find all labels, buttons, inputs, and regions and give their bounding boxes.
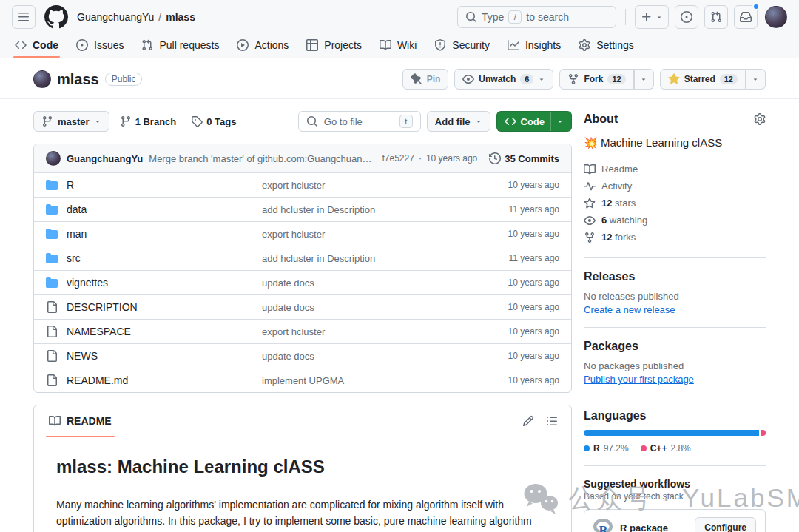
file-link[interactable]: NEWS [67,350,98,362]
repo-tab-nav: Code Issues Pull requests Actions Projec… [0,33,799,58]
file-commit-link[interactable]: add hcluster in Description [262,204,375,215]
outline-icon[interactable] [546,415,558,427]
branches-link[interactable]: 1 Branch [115,115,181,127]
file-commit-link[interactable]: update docs [262,302,314,313]
sidebar-item-watching[interactable]: 6 watching [584,212,766,229]
pull-requests-dashboard-button[interactable] [704,5,728,29]
configure-workflow-button[interactable]: Configure [695,517,756,532]
meta-label: forks [615,232,636,243]
packages-section: Packages No packages published Publish y… [584,340,766,397]
branch-selector-button[interactable]: master [33,111,109,132]
file-link[interactable]: vignettes [67,277,108,289]
folder-icon [46,228,58,240]
edit-about-gear-icon[interactable] [754,113,766,125]
tab-actions[interactable]: Actions [231,33,294,58]
file-commit-link[interactable]: update docs [262,277,314,289]
svg-text:R: R [599,523,608,532]
slash-kbd: / [508,10,522,24]
file-link[interactable]: src [67,252,81,264]
star-dropdown-button[interactable] [746,69,766,90]
sidebar-item-readme[interactable]: Readme [584,161,766,178]
breadcrumb-repo-link[interactable]: mlass [166,11,195,23]
table-row: NEWS update docs 10 years ago [34,343,571,368]
readme-section: README mlass: Machine Learning clASS Man… [33,405,572,532]
issues-dashboard-button[interactable] [675,5,698,29]
commit-message-link[interactable]: Merge branch 'master' of github.com:Guan… [149,153,376,164]
file-link[interactable]: NAMESPACE [67,326,131,337]
fork-dropdown-button[interactable] [634,69,654,90]
pin-icon [411,73,422,85]
file-time: 10 years ago [471,326,559,337]
create-release-link[interactable]: Create a new release [584,304,675,315]
add-file-button[interactable]: Add file [427,111,490,132]
file-commit-link[interactable]: export hcluster [262,229,325,240]
file-commit-link[interactable]: implement UPGMA [262,375,344,386]
fork-button[interactable]: Fork 12 [559,69,633,90]
github-repo-page: GuangchuangYu / mlass Type / to search [0,0,799,532]
file-link[interactable]: man [67,228,87,240]
sidebar-item-stars[interactable]: 12 stars [584,195,766,212]
tab-security[interactable]: Security [428,33,496,58]
file-navigation: master 1 Branch 0 Tags Go to file t [33,111,572,132]
table-row: DESCRIPTION update docs 10 years ago [34,294,571,319]
tags-link[interactable]: 0 Tags [186,115,240,127]
hamburger-icon [18,11,30,23]
file-time: 11 years ago [471,253,559,263]
publish-package-link[interactable]: Publish your first package [584,374,694,385]
commit-author-link[interactable]: GuangchuangYu [67,153,143,164]
tab-wiki[interactable]: Wiki [374,33,422,58]
file-link[interactable]: R [67,179,74,191]
file-icon [46,350,58,362]
commit-history-link[interactable]: 35 Commits [489,152,559,164]
commit-sha-link[interactable]: f7e5227 [382,153,414,164]
watch-count-badge: 6 [520,74,533,84]
file-link[interactable]: data [67,203,87,215]
readme-tab-label: README [67,415,112,427]
edit-readme-icon[interactable] [522,415,534,427]
history-icon [489,152,501,164]
book-icon [584,164,596,175]
tab-code[interactable]: Code [9,33,64,58]
breadcrumb-owner-link[interactable]: GuangchuangYu [77,11,154,23]
star-icon [668,73,680,85]
tab-projects[interactable]: Projects [300,33,368,58]
language-legend-r[interactable]: R 97.2% [584,443,629,454]
caret-down-icon [752,75,759,83]
global-search-input[interactable]: Type / to search [457,6,616,28]
caret-down-icon [640,75,647,83]
commit-author-avatar[interactable] [46,151,61,166]
file-commit-link[interactable]: add hcluster in Description [262,253,375,264]
code-button[interactable]: Code [496,111,573,132]
notifications-button[interactable] [734,5,758,29]
repo-name-link[interactable]: mlass [57,71,99,88]
user-avatar[interactable] [765,6,787,28]
file-commit-link[interactable]: update docs [262,351,314,362]
github-logo[interactable] [44,5,68,29]
file-commit-link[interactable]: export hcluster [262,326,325,337]
sidebar-item-forks[interactable]: 12 forks [584,229,766,246]
file-link[interactable]: README.md [67,374,128,386]
create-new-button[interactable] [635,5,669,29]
file-table: GuangchuangYu Merge branch 'master' of g… [33,144,572,393]
stars-count: 12 [601,198,612,209]
tab-insights[interactable]: Insights [502,33,567,58]
tab-settings[interactable]: Settings [573,33,640,58]
file-commit-link[interactable]: export hcluster [262,180,325,191]
language-legend-cpp[interactable]: C++ 2.8% [641,443,691,454]
readme-tab[interactable]: README [40,405,121,437]
file-link[interactable]: DESCRIPTION [67,301,138,313]
file-time: 10 years ago [471,277,559,288]
starred-button[interactable]: Starred 12 [660,69,746,90]
github-mark-icon [44,5,68,29]
unwatch-button[interactable]: Unwatch 6 [454,69,553,90]
tab-label: Projects [324,39,362,51]
sidebar-item-activity[interactable]: Activity [584,178,766,195]
repo-owner-avatar[interactable] [33,70,51,88]
tab-issues[interactable]: Issues [70,33,129,58]
pin-button[interactable]: Pin [402,69,449,90]
hamburger-menu-button[interactable] [12,5,36,29]
go-to-file-input[interactable]: Go to file t [298,111,421,132]
breadcrumb: GuangchuangYu / mlass [77,11,195,23]
tab-pull-requests[interactable]: Pull requests [135,33,225,58]
language-pct: 2.8% [670,443,690,454]
